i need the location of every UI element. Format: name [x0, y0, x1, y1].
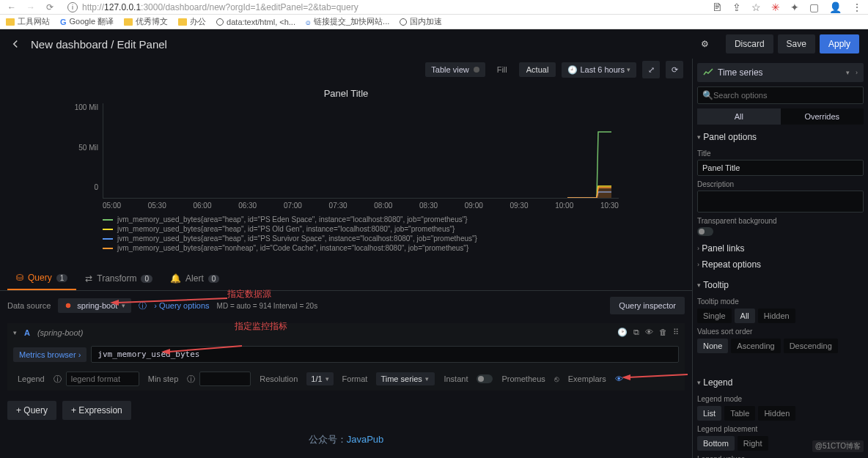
chart-legend: jvm_memory_used_bytes{area="heap", id="P… — [103, 215, 619, 252]
ext1-icon[interactable]: ✳ — [771, 1, 780, 13]
info-icon[interactable]: i — [67, 2, 78, 12]
description-input[interactable] — [697, 191, 864, 213]
viz-picker[interactable]: Time series ▾ › — [697, 63, 864, 82]
back-arrow-icon[interactable] — [9, 37, 22, 51]
prometheus-label: Prometheus — [497, 372, 549, 386]
title-input[interactable] — [697, 160, 864, 176]
bookmark-item[interactable]: ⌾链接提交_加快网站... — [306, 16, 389, 27]
tm-single[interactable]: Single — [697, 309, 732, 323]
bookmark-item[interactable]: data:text/html, <h... — [216, 18, 295, 26]
globe-icon — [400, 18, 407, 26]
info-icon[interactable]: ⓘ — [187, 374, 195, 385]
window-icon[interactable]: ▢ — [809, 1, 819, 13]
lm-hidden[interactable]: Hidden — [758, 406, 795, 421]
section-panel-links[interactable]: › Panel links — [697, 240, 864, 256]
options-sidebar: Time series ▾ › 🔍 All Overrides ▾ Panel … — [692, 59, 868, 458]
bookmark-item[interactable]: 办公 — [178, 16, 206, 27]
zoom-out-icon[interactable]: ⤢ — [642, 61, 660, 78]
collapse-icon[interactable]: ▾ — [13, 329, 17, 336]
lm-table[interactable]: Table — [724, 406, 755, 421]
sort-asc[interactable]: Ascending — [731, 339, 780, 353]
clock-icon[interactable]: 🕑 — [617, 328, 628, 337]
extensions-icon[interactable]: ✦ — [790, 1, 799, 13]
query-ds-hint: (spring-boot) — [37, 328, 83, 337]
tooltip-mode-label: Tooltip mode — [697, 298, 864, 306]
tab-all[interactable]: All — [697, 108, 781, 125]
tab-transform[interactable]: ⇄Transform0 — [76, 267, 161, 289]
bookmark-item[interactable]: GGoogle 翻译 — [60, 16, 114, 27]
refresh-icon[interactable]: ⟳ — [666, 61, 683, 78]
lp-bottom[interactable]: Bottom — [697, 436, 735, 451]
section-tooltip[interactable]: ▾ Tooltip — [697, 277, 864, 293]
folder-icon — [6, 18, 15, 26]
info-icon[interactable]: ⓘ — [54, 374, 62, 385]
plot-area[interactable] — [103, 103, 619, 199]
chart-container: Panel Title 100 Mil 50 Mil 0 — [0, 81, 692, 261]
url-bar[interactable]: http://127.0.0.1:3000/dashboard/new?orgI… — [82, 2, 712, 12]
time-range-picker[interactable]: 🕘 Last 6 hours ▾ — [562, 62, 636, 78]
legend-item[interactable]: jvm_memory_used_bytes{area="nonheap", id… — [103, 244, 619, 252]
eye-icon[interactable]: 👁 — [645, 328, 653, 337]
instant-toggle[interactable] — [477, 374, 493, 383]
profile-icon[interactable]: 👤 — [829, 1, 842, 13]
star-icon[interactable]: ☆ — [751, 1, 761, 13]
query-options-link[interactable]: › Query options — [154, 301, 209, 310]
lp-right[interactable]: Right — [738, 436, 768, 451]
resolution-select[interactable]: 1/1▾ — [306, 372, 333, 385]
table-view-toggle[interactable]: Table view — [425, 62, 485, 77]
help-icon[interactable]: ⓘ — [139, 300, 147, 311]
tab-overrides[interactable]: Overrides — [781, 108, 864, 125]
legend-input[interactable] — [66, 372, 139, 386]
tab-query[interactable]: ⛁Query1 — [7, 267, 76, 290]
search-input[interactable] — [713, 91, 858, 100]
actual-button[interactable]: Actual — [519, 62, 556, 77]
section-repeat[interactable]: › Repeat options — [697, 256, 864, 273]
external-link-icon[interactable]: ⎋ — [554, 374, 559, 383]
search-options[interactable]: 🔍 — [697, 86, 864, 104]
url-scheme: http:// — [82, 2, 104, 12]
query-expr-input[interactable] — [91, 346, 679, 363]
sort-desc[interactable]: Descending — [784, 339, 838, 353]
drag-icon[interactable]: ⠿ — [673, 328, 679, 337]
section-panel-options[interactable]: ▾ Panel options — [697, 129, 864, 145]
save-button[interactable]: Save — [778, 34, 815, 53]
datasource-select[interactable]: spring-boot▾ — [58, 298, 131, 313]
bookmark-item[interactable]: 工具网站 — [6, 16, 50, 27]
apply-button[interactable]: Apply — [820, 34, 859, 53]
forward-nav-icon[interactable]: → — [25, 1, 37, 13]
minstep-input[interactable] — [199, 372, 251, 386]
sort-none[interactable]: None — [697, 339, 728, 353]
bookmark-item[interactable]: 优秀博文 — [124, 16, 168, 27]
svg-marker-6 — [622, 374, 630, 380]
exemplars-eye-icon[interactable]: 👁 — [615, 374, 623, 383]
back-nav-icon[interactable]: ← — [6, 1, 18, 13]
bookmark-item[interactable]: 国内加速 — [400, 16, 442, 27]
options-tabs: All Overrides — [697, 108, 864, 125]
reload-icon[interactable]: ⟳ — [44, 1, 56, 13]
share-icon[interactable]: ⇪ — [732, 1, 741, 13]
section-legend[interactable]: ▾ Legend — [697, 374, 864, 391]
legend-item[interactable]: jvm_memory_used_bytes{area="heap", id="P… — [103, 225, 619, 233]
add-expression-button[interactable]: + Expression — [62, 401, 131, 420]
legend-item[interactable]: jvm_memory_used_bytes{area="heap", id="P… — [103, 215, 619, 224]
format-select[interactable]: Time series▾ — [376, 372, 435, 385]
discard-button[interactable]: Discard — [726, 34, 773, 53]
page-title: New dashboard / Edit Panel — [31, 38, 167, 51]
add-query-button[interactable]: + Query — [7, 401, 56, 420]
folder-icon — [178, 18, 187, 26]
copy-icon[interactable]: ⧉ — [633, 328, 639, 337]
query-inspector-button[interactable]: Query inspector — [610, 297, 685, 314]
metrics-browser-button[interactable]: Metrics browser › — [13, 347, 87, 362]
fill-button[interactable]: Fill — [491, 62, 513, 77]
legend-item[interactable]: jvm_memory_used_bytes{area="heap", id="P… — [103, 234, 619, 243]
transparent-toggle[interactable] — [697, 227, 713, 236]
lm-list[interactable]: List — [697, 406, 721, 421]
menu-icon[interactable]: ⋮ — [852, 1, 862, 13]
tab-alert[interactable]: 🔔Alert0 — [161, 267, 228, 289]
translate-icon[interactable]: 🖹 — [712, 1, 722, 13]
svg-marker-0 — [597, 188, 611, 198]
trash-icon[interactable]: 🗑 — [659, 328, 667, 337]
settings-icon[interactable]: ⚙ — [695, 34, 716, 54]
tm-hidden[interactable]: Hidden — [758, 309, 795, 323]
tm-all[interactable]: All — [735, 309, 755, 323]
